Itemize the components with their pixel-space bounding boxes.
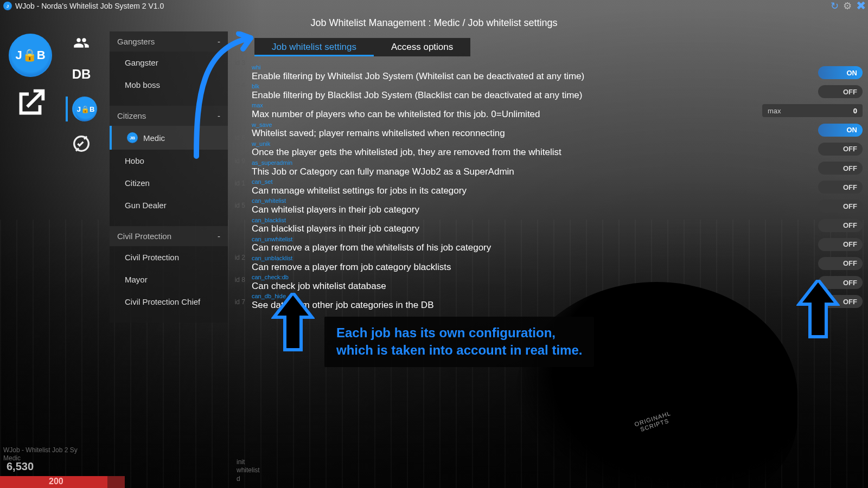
collapse-icon: - <box>218 232 220 241</box>
nav-job-active[interactable]: J🔒B <box>66 97 97 121</box>
toggle-can_whitelist[interactable]: OFF <box>818 200 863 213</box>
hud-money: 6,530 <box>7 460 34 473</box>
setting-key: as_superadmin <box>252 159 815 166</box>
annotation-text: Each job has its own configuration, whic… <box>324 317 594 367</box>
setting-desc: Enable filtering by Blacklist Job System… <box>252 90 815 101</box>
job-name: Hobo <box>125 156 144 165</box>
setting-key: w_save <box>252 121 815 129</box>
job-name: Medic <box>143 133 165 143</box>
setting-desc: See data from other job categories in th… <box>252 300 815 311</box>
job-name: Citizen <box>125 178 150 188</box>
window-title: WJob - Norda's Whitelist Job System 2 V1… <box>15 2 164 10</box>
setting-key: can_check:db <box>252 274 815 281</box>
setting-row: can_setCan manage whitelist settings for… <box>252 178 863 197</box>
number-label: max <box>768 107 781 115</box>
number-input[interactable]: max0 <box>762 104 863 117</box>
sidebar-item[interactable]: Citizenid 1 <box>110 172 228 194</box>
brand-logo: J🔒B <box>9 34 52 77</box>
setting-key: can_whitelist <box>252 197 815 204</box>
setting-key: can_blacklist <box>252 217 815 224</box>
job-icon: JB <box>127 132 138 143</box>
toggle-blk[interactable]: OFF <box>818 85 863 98</box>
nav-tools-icon[interactable] <box>69 134 93 153</box>
setting-desc: Whitelist saved; player remains whitelis… <box>252 128 815 139</box>
setting-row: maxMax number of players who can be whit… <box>252 102 863 121</box>
setting-desc: Can whitelist players in their job categ… <box>252 204 815 215</box>
annotation-curve-arrow <box>191 31 261 162</box>
setting-desc: Can manage whitelist settings for jobs i… <box>252 185 815 196</box>
toggle-can_blacklist[interactable]: OFF <box>818 219 863 232</box>
tab-access[interactable]: Access options <box>374 38 470 56</box>
gear-icon[interactable]: ⚙ <box>843 1 852 11</box>
annotation-arrow-left <box>271 293 315 355</box>
toggle-w_unik[interactable]: OFF <box>818 143 863 156</box>
setting-desc: Max number of players who can be whiteli… <box>252 109 760 120</box>
job-id: id 5 <box>235 202 245 209</box>
sidebar-item[interactable]: Civil Protection Chiefid 7 <box>110 291 228 313</box>
setting-row: whiEnable filtering by Whitelist Job Sys… <box>252 64 863 83</box>
setting-row: w_saveWhitelist saved; player remains wh… <box>252 121 863 140</box>
tab-settings[interactable]: Job whitelist settings <box>254 38 374 56</box>
job-id: id 8 <box>235 276 245 284</box>
category-name: Civil Protection <box>117 232 171 241</box>
sidebar-item[interactable]: Gun Dealerid 5 <box>110 194 228 216</box>
setting-row: can_unwhitelistCan remove a player from … <box>252 236 863 255</box>
nav-players-icon[interactable] <box>69 34 93 52</box>
hud-line1: WJob - Whitelist Job 2 Sy <box>3 446 78 455</box>
job-id: id 1 <box>235 179 245 187</box>
setting-row: can_blacklistCan blacklist players in th… <box>252 217 863 236</box>
nav-job-icon: J🔒B <box>72 97 97 121</box>
setting-key: max <box>252 102 760 109</box>
job-name: Civil Protection Chief <box>125 297 200 306</box>
category-name: Citizens <box>117 111 146 120</box>
number-value: 0 <box>853 107 857 115</box>
sidebar-item[interactable]: Civil Protectionid 2 <box>110 246 228 268</box>
annotation-arrow-right <box>796 280 840 342</box>
setting-key: can_set <box>252 178 815 185</box>
breadcrumb: Job Whitelist Management : Medic / Job w… <box>0 17 868 29</box>
external-link-icon[interactable] <box>11 85 49 123</box>
hud-line3: init whitelist d <box>237 458 260 484</box>
setting-key: can_db_hide <box>252 293 815 300</box>
close-icon[interactable]: ✖ <box>856 0 866 12</box>
setting-desc: Once the player gets the whitelisted job… <box>252 147 815 158</box>
setting-desc: Can check job whitelist database <box>252 281 815 292</box>
toggle-as_superadmin[interactable]: OFF <box>818 162 863 175</box>
category-header[interactable]: Civil Protection- <box>110 226 228 246</box>
setting-row: can_db_hideSee data from other job categ… <box>252 293 863 312</box>
toggle-can_set[interactable]: OFF <box>818 181 863 194</box>
toggle-whi[interactable]: ON <box>818 66 863 79</box>
job-name: Mayor <box>125 275 148 284</box>
setting-desc: This Job or Category can fully manage WJ… <box>252 166 815 177</box>
tab-bar: Job whitelist settings Access options <box>254 38 470 56</box>
app-icon: J <box>3 2 12 10</box>
setting-key: w_unik <box>252 140 815 147</box>
setting-desc: Can blacklist players in their job categ… <box>252 223 815 234</box>
setting-row: w_unikOnce the player gets the whitelist… <box>252 140 863 159</box>
setting-desc: Can remove a player from job category bl… <box>252 262 815 273</box>
nav-db[interactable]: DB <box>69 65 93 84</box>
setting-row: as_superadminThis Job or Category can fu… <box>252 159 863 178</box>
title-bar: J WJob - Norda's Whitelist Job System 2 … <box>0 0 868 12</box>
refresh-icon[interactable]: ↻ <box>831 1 839 11</box>
annotation-line2: which is taken into account in real time… <box>336 342 582 359</box>
category-name: Gangsters <box>117 37 155 46</box>
hud-hp-value: 200 <box>49 477 63 486</box>
setting-desc: Can remove a player from the whitelists … <box>252 242 815 253</box>
job-id: id 2 <box>235 254 245 261</box>
setting-row: can_whitelistCan whitelist players in th… <box>252 197 863 216</box>
brand-logo-text: J🔒B <box>15 48 45 62</box>
setting-row: blkEnable filtering by Blacklist Job Sys… <box>252 83 863 102</box>
toggle-can_unblacklist[interactable]: OFF <box>818 257 863 270</box>
nav-column: DB J🔒B <box>64 34 99 153</box>
job-id: id 7 <box>235 298 245 306</box>
job-name: Gangster <box>125 58 158 67</box>
setting-row: can_check:dbCan check job whitelist data… <box>252 274 863 293</box>
setting-row: can_unblacklistCan remove a player from … <box>252 255 863 274</box>
sidebar-item[interactable]: Mayorid 8 <box>110 268 228 291</box>
toggle-can_unwhitelist[interactable]: OFF <box>818 238 863 251</box>
settings-panel: whiEnable filtering by Whitelist Job Sys… <box>252 64 863 312</box>
hud-healthbar: 200 <box>0 476 125 488</box>
brand-column: J🔒B <box>4 34 56 123</box>
toggle-w_save[interactable]: ON <box>818 124 863 137</box>
